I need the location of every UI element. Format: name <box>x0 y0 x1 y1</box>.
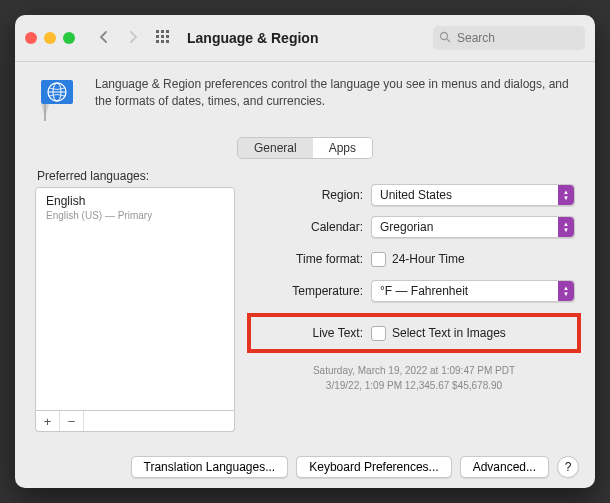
svg-rect-8 <box>166 40 169 43</box>
livetext-label: Live Text: <box>253 326 371 340</box>
titlebar: Language & Region <box>15 15 595 62</box>
tab-general[interactable]: General <box>238 138 313 158</box>
timeformat-checkbox[interactable] <box>371 252 386 267</box>
livetext-checkbox-row[interactable]: Select Text in Images <box>371 326 506 341</box>
back-button[interactable] <box>91 26 115 50</box>
main-area: Preferred languages: English English (US… <box>35 165 575 432</box>
globe-flag-icon <box>35 76 81 125</box>
svg-rect-7 <box>161 40 164 43</box>
svg-rect-4 <box>161 35 164 38</box>
svg-rect-2 <box>166 30 169 33</box>
window-title: Language & Region <box>187 30 427 46</box>
svg-point-9 <box>441 32 448 39</box>
search-icon <box>439 31 451 46</box>
languages-list[interactable]: English English (US) — Primary <box>35 187 235 411</box>
header-row: Language & Region preferences control th… <box>35 76 575 125</box>
translation-languages-button[interactable]: Translation Languages... <box>131 456 289 478</box>
sample-line1: Saturday, March 19, 2022 at 1:09:47 PM P… <box>253 363 575 378</box>
forward-button[interactable] <box>121 26 145 50</box>
search-field[interactable] <box>433 26 585 50</box>
traffic-lights <box>25 32 75 44</box>
languages-label: Preferred languages: <box>37 169 235 183</box>
updown-icon: ▲▼ <box>558 217 574 237</box>
settings-panel: Region: United States ▲▼ Calendar: Grego… <box>253 165 575 432</box>
region-label: Region: <box>253 188 371 202</box>
minimize-window-button[interactable] <box>44 32 56 44</box>
calendar-value: Gregorian <box>380 220 433 234</box>
tab-apps[interactable]: Apps <box>313 138 372 158</box>
content-area: Language & Region preferences control th… <box>15 62 595 446</box>
temperature-value: °F — Fahrenheit <box>380 284 468 298</box>
temperature-select[interactable]: °F — Fahrenheit ▲▼ <box>371 280 575 302</box>
timeformat-checkbox-row[interactable]: 24-Hour Time <box>371 252 465 267</box>
format-sample: Saturday, March 19, 2022 at 1:09:47 PM P… <box>253 363 575 393</box>
list-item[interactable]: English English (US) — Primary <box>36 188 234 227</box>
help-button[interactable]: ? <box>557 456 579 478</box>
svg-rect-3 <box>156 35 159 38</box>
svg-rect-6 <box>156 40 159 43</box>
languages-panel: Preferred languages: English English (US… <box>35 165 235 432</box>
list-controls: + − <box>35 411 235 432</box>
minus-icon: − <box>68 415 76 428</box>
region-select[interactable]: United States ▲▼ <box>371 184 575 206</box>
svg-rect-5 <box>166 35 169 38</box>
sample-line2: 3/19/22, 1:09 PM 12,345.67 $45,678.90 <box>253 378 575 393</box>
header-description: Language & Region preferences control th… <box>95 76 575 110</box>
plus-icon: + <box>44 415 52 428</box>
show-all-button[interactable] <box>151 26 175 50</box>
language-name: English <box>46 194 224 208</box>
livetext-row-highlighted: Live Text: Select Text in Images <box>249 315 579 351</box>
chevron-right-icon <box>129 30 138 46</box>
svg-rect-15 <box>44 104 46 121</box>
preferences-window: Language & Region Lang <box>15 15 595 488</box>
help-icon: ? <box>565 460 572 474</box>
svg-rect-0 <box>156 30 159 33</box>
timeformat-value: 24-Hour Time <box>392 252 465 266</box>
grid-icon <box>156 30 170 47</box>
timeformat-label: Time format: <box>253 252 371 266</box>
svg-rect-1 <box>161 30 164 33</box>
chevron-left-icon <box>99 30 108 46</box>
keyboard-preferences-button[interactable]: Keyboard Preferences... <box>296 456 451 478</box>
footer: Translation Languages... Keyboard Prefer… <box>15 446 595 488</box>
tab-bar: General Apps <box>35 137 575 159</box>
livetext-checkbox[interactable] <box>371 326 386 341</box>
zoom-window-button[interactable] <box>63 32 75 44</box>
close-window-button[interactable] <box>25 32 37 44</box>
livetext-option: Select Text in Images <box>392 326 506 340</box>
search-input[interactable] <box>455 30 579 46</box>
calendar-select[interactable]: Gregorian ▲▼ <box>371 216 575 238</box>
calendar-label: Calendar: <box>253 220 371 234</box>
svg-line-10 <box>447 39 450 42</box>
updown-icon: ▲▼ <box>558 281 574 301</box>
add-language-button[interactable]: + <box>36 411 60 431</box>
remove-language-button[interactable]: − <box>60 411 84 431</box>
temperature-label: Temperature: <box>253 284 371 298</box>
region-value: United States <box>380 188 452 202</box>
advanced-button[interactable]: Advanced... <box>460 456 549 478</box>
language-detail: English (US) — Primary <box>46 210 224 221</box>
updown-icon: ▲▼ <box>558 185 574 205</box>
